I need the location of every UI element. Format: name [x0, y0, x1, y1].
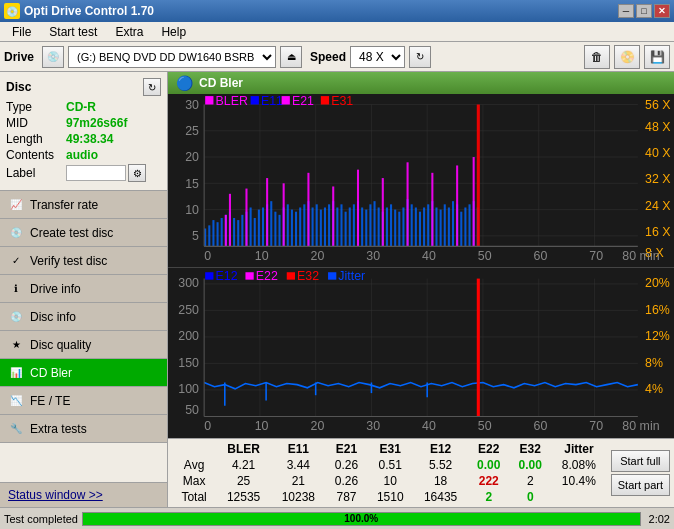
- nav-create-test-disc[interactable]: 💿 Create test disc: [0, 219, 167, 247]
- stat-avg-label: Avg: [172, 457, 216, 473]
- svg-text:48 X: 48 X: [645, 120, 671, 134]
- svg-rect-78: [345, 212, 347, 247]
- col-header-jitter: Jitter: [551, 441, 607, 457]
- disc-refresh-button[interactable]: ↻: [143, 78, 161, 96]
- svg-rect-92: [402, 207, 404, 246]
- svg-rect-162: [245, 273, 253, 280]
- svg-rect-97: [423, 207, 425, 246]
- label-label: Label: [6, 166, 66, 180]
- svg-text:40: 40: [422, 249, 436, 263]
- svg-text:20: 20: [311, 419, 325, 433]
- svg-text:60: 60: [534, 249, 548, 263]
- col-header-e31: E31: [367, 441, 413, 457]
- svg-text:30: 30: [366, 419, 380, 433]
- svg-rect-90: [394, 210, 396, 247]
- svg-text:56 X: 56 X: [645, 98, 671, 112]
- contents-value: audio: [66, 148, 98, 162]
- svg-rect-113: [245, 189, 247, 247]
- svg-rect-88: [386, 207, 388, 246]
- nav-disc-quality[interactable]: ★ Disc quality: [0, 331, 167, 359]
- svg-rect-73: [324, 207, 326, 246]
- svg-text:16%: 16%: [645, 303, 670, 317]
- svg-rect-96: [419, 212, 421, 247]
- svg-rect-114: [266, 178, 268, 246]
- svg-rect-61: [274, 212, 276, 247]
- close-button[interactable]: ✕: [654, 4, 670, 18]
- svg-text:200: 200: [178, 329, 199, 343]
- stats-row-avg: Avg 4.21 3.44 0.26 0.51 5.52 0.00 0.00 8…: [172, 457, 607, 473]
- svg-rect-86: [378, 207, 380, 246]
- erase-button[interactable]: 🗑: [584, 45, 610, 69]
- chart-header-icon: 🔵: [176, 75, 193, 91]
- status-window-link[interactable]: Status window >>: [0, 483, 167, 507]
- svg-text:20: 20: [185, 150, 199, 164]
- svg-text:0: 0: [204, 419, 211, 433]
- svg-rect-48: [221, 218, 223, 246]
- svg-text:20%: 20%: [645, 276, 670, 290]
- label-settings-button[interactable]: ⚙: [128, 164, 146, 182]
- svg-text:Jitter: Jitter: [338, 269, 365, 283]
- window-controls[interactable]: ─ □ ✕: [618, 4, 670, 18]
- bottom-chart: 300 250 200 150 100 50 20% 16% 12% 8% 4%…: [168, 268, 674, 438]
- stat-avg-e22: 0.00: [468, 457, 510, 473]
- col-header-e21: E21: [326, 441, 368, 457]
- svg-rect-79: [349, 207, 351, 246]
- stat-max-label: Max: [172, 473, 216, 489]
- stat-avg-bler: 4.21: [216, 457, 271, 473]
- save-button[interactable]: 💾: [644, 45, 670, 69]
- nav-extra-tests[interactable]: 🔧 Extra tests: [0, 415, 167, 443]
- drive-info-icon: ℹ: [8, 281, 24, 297]
- svg-rect-107: [464, 207, 466, 246]
- nav-disc-info[interactable]: 💿 Disc info: [0, 303, 167, 331]
- speed-select[interactable]: 48 X: [350, 46, 405, 68]
- col-header-e11: E11: [271, 441, 326, 457]
- svg-rect-56: [254, 218, 256, 246]
- progress-bar: 100.0%: [82, 512, 641, 526]
- svg-text:E21: E21: [292, 94, 314, 108]
- burn-button[interactable]: 📀: [614, 45, 640, 69]
- mid-label: MID: [6, 116, 66, 130]
- stats-row-max: Max 25 21 0.26 10 18 222 2 10.4%: [172, 473, 607, 489]
- svg-text:E31: E31: [331, 94, 353, 108]
- svg-text:BLER: BLER: [216, 94, 248, 108]
- menu-extra[interactable]: Extra: [107, 23, 151, 41]
- svg-text:30: 30: [366, 249, 380, 263]
- svg-rect-65: [291, 210, 293, 247]
- svg-text:100: 100: [178, 382, 199, 396]
- stats-table: BLER E11 E21 E31 E12 E22 E32 Jitter Avg: [172, 441, 607, 505]
- svg-text:300: 300: [178, 276, 199, 290]
- nav-drive-info[interactable]: ℹ Drive info: [0, 275, 167, 303]
- menu-file[interactable]: File: [4, 23, 39, 41]
- svg-text:16 X: 16 X: [645, 225, 671, 239]
- maximize-button[interactable]: □: [636, 4, 652, 18]
- minimize-button[interactable]: ─: [618, 4, 634, 18]
- menu-help[interactable]: Help: [153, 23, 194, 41]
- start-full-button[interactable]: Start full: [611, 450, 670, 472]
- svg-rect-45: [208, 225, 210, 246]
- nav-cd-bler[interactable]: 📊 CD Bler: [0, 359, 167, 387]
- col-header-e32: E32: [510, 441, 552, 457]
- drive-icon: 💿: [42, 46, 64, 68]
- speed-label: Speed: [310, 50, 346, 64]
- nav-transfer-rate[interactable]: 📈 Transfer rate: [0, 191, 167, 219]
- drive-select[interactable]: (G:) BENQ DVD DD DW1640 BSRB: [68, 46, 276, 68]
- nav-fe-te[interactable]: 📉 FE / TE: [0, 387, 167, 415]
- svg-rect-71: [316, 204, 318, 246]
- nav-verify-test-disc[interactable]: ✓ Verify test disc: [0, 247, 167, 275]
- svg-rect-101: [440, 210, 442, 247]
- menu-start-test[interactable]: Start test: [41, 23, 105, 41]
- svg-rect-77: [340, 204, 342, 246]
- start-part-button[interactable]: Start part: [611, 474, 670, 496]
- eject-button[interactable]: ⏏: [280, 46, 302, 68]
- extra-tests-icon: 🔧: [8, 421, 24, 437]
- svg-rect-102: [444, 204, 446, 246]
- svg-rect-160: [205, 273, 213, 280]
- chart-header-title: CD Bler: [199, 76, 243, 90]
- svg-rect-95: [415, 207, 417, 246]
- label-input[interactable]: [66, 165, 126, 181]
- stats-area: BLER E11 E21 E31 E12 E22 E32 Jitter Avg: [168, 438, 674, 507]
- refresh-button[interactable]: ↻: [409, 46, 431, 68]
- svg-rect-82: [361, 207, 363, 246]
- svg-rect-112: [229, 194, 231, 247]
- col-header-empty: [172, 441, 216, 457]
